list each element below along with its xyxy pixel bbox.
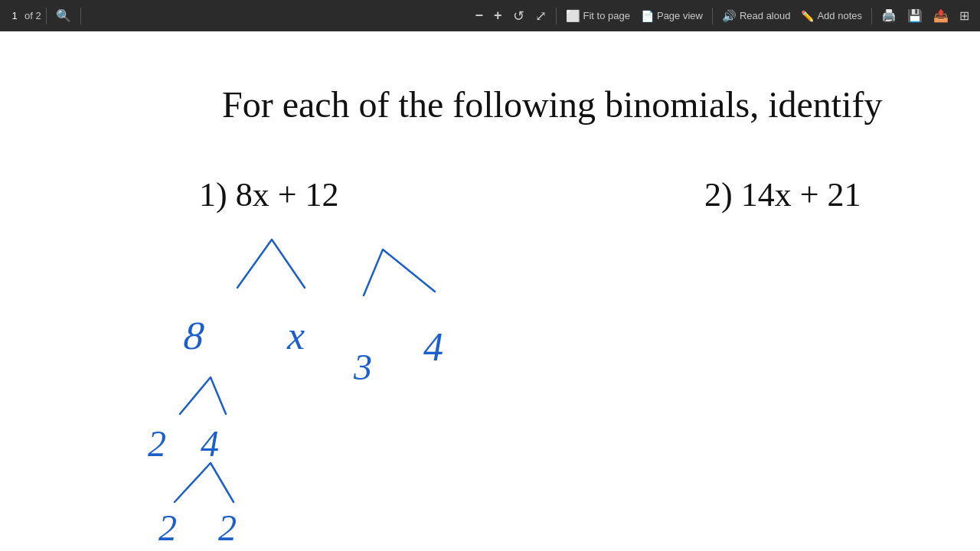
page-total: of 2 (24, 10, 41, 21)
separator-4 (712, 8, 713, 24)
add-notes-button[interactable]: ✏️ Add notes (796, 0, 867, 31)
minus-icon: − (475, 8, 484, 24)
svg-text:4: 4 (201, 423, 219, 464)
save-icon: 💾 (907, 8, 923, 23)
pdf-content: For each of the following binomials, ide… (0, 31, 980, 551)
fit-page-icon: ⬜ (566, 9, 580, 23)
separator-5 (871, 8, 872, 24)
read-aloud-icon: 🔊 (722, 9, 737, 23)
problem-1-text: 1) 8x + 12 (199, 175, 338, 214)
fit-to-page-button[interactable]: ⬜ Fit to page (561, 0, 635, 31)
more-options-button[interactable]: ⊞ (955, 0, 974, 31)
svg-text:2: 2 (218, 507, 237, 548)
svg-text:3: 3 (353, 347, 372, 387)
fullscreen-button[interactable]: ⤢ (531, 0, 551, 31)
save-button[interactable]: 💾 (903, 0, 927, 31)
zoom-in-button[interactable]: + (489, 0, 507, 31)
page-title: For each of the following binomials, ide… (222, 83, 883, 126)
rotate-button[interactable]: ↺ (508, 0, 529, 31)
svg-text:2: 2 (158, 507, 177, 548)
search-button[interactable]: 🔍 (51, 0, 76, 31)
page-view-button[interactable]: 📄 Page view (636, 0, 707, 31)
page-view-icon: 📄 (641, 10, 654, 22)
svg-text:x: x (286, 314, 305, 357)
svg-text:2: 2 (148, 423, 166, 464)
separator-1 (46, 8, 47, 24)
more-options-icon: ⊞ (959, 8, 969, 23)
separator-3 (556, 8, 557, 24)
add-notes-icon: ✏️ (801, 10, 814, 22)
fit-to-page-label: Fit to page (583, 10, 630, 21)
share-button[interactable]: 📤 (929, 0, 953, 31)
page-view-label: Page view (657, 10, 703, 21)
read-aloud-label: Read aloud (740, 10, 791, 21)
add-notes-label: Add notes (817, 10, 862, 21)
fullscreen-icon: ⤢ (535, 8, 547, 24)
separator-2 (80, 8, 81, 24)
page-number-input[interactable]: 1 (6, 10, 23, 21)
rotate-icon: ↺ (513, 8, 524, 24)
share-icon: 📤 (933, 8, 949, 23)
read-aloud-button[interactable]: 🔊 Read aloud (717, 0, 795, 31)
svg-text:4: 4 (423, 325, 443, 369)
toolbar: 1 of 2 🔍 − + ↺ ⤢ ⬜ Fit to page 📄 Page vi… (0, 0, 980, 31)
plus-icon: + (494, 8, 502, 24)
problem-2-text: 2) 14x + 21 (704, 175, 861, 214)
print-icon: 🖨️ (881, 8, 897, 23)
svg-text:8: 8 (182, 314, 206, 357)
search-icon: 🔍 (56, 8, 71, 23)
zoom-out-button[interactable]: − (471, 0, 488, 31)
print-button[interactable]: 🖨️ (877, 0, 901, 31)
